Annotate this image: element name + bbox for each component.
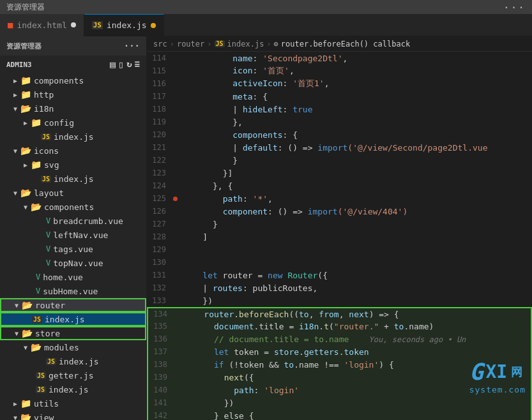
code-line-115: 115 icon: '首页',	[147, 64, 532, 77]
code-line-117: 117 meta: {	[147, 90, 532, 103]
line-content: }]	[178, 169, 532, 178]
title-bar: 资源管理器 ···	[0, 0, 532, 14]
tree-item-config[interactable]: ▶ 📁 config	[0, 116, 146, 130]
tree-item-router-index[interactable]: JS index.js	[0, 312, 146, 326]
tree-item-layout-components[interactable]: ▼ 📂 components	[0, 200, 146, 214]
line-content: // document.title = to.name You, seconds…	[179, 334, 531, 344]
item-label: router	[35, 301, 65, 310]
sep: ›	[207, 40, 211, 49]
line-number: 142	[148, 411, 174, 420]
tree-item-router[interactable]: ▼ 📂 router	[0, 298, 146, 312]
breadcrumb-file: index.js	[227, 40, 264, 49]
code-line-137: 137 let token = store.getters.token	[147, 345, 532, 358]
tab-js[interactable]: JS index.js	[84, 14, 164, 36]
arrow-icon: ▼	[10, 190, 20, 197]
line-number: 117	[147, 92, 172, 101]
tree-item-subhome[interactable]: V subHome.vue	[0, 284, 146, 298]
line-content: } else {	[179, 411, 531, 421]
item-label: config	[44, 118, 74, 128]
tree-item-layout[interactable]: ▼ 📂 layout	[0, 186, 146, 200]
main-content: 资源管理器 ··· ADMIN3 ▤ ▯ ↻ ≡ ▶ 📁 components	[0, 36, 532, 420]
tree-item-utils[interactable]: ▶ 📁 utils	[0, 396, 146, 410]
line-number: 136	[148, 334, 174, 343]
item-label: http	[34, 90, 54, 100]
code-line-125: 125 path: '*',	[147, 192, 532, 205]
code-line-132: 132 | routes: publicRoutes,	[147, 281, 532, 294]
item-label: icons	[34, 146, 59, 156]
tree-item-topnav[interactable]: V topNav.vue	[0, 256, 146, 270]
line-number: 116	[147, 79, 172, 88]
folder-icon: 📁	[20, 398, 31, 409]
tree-item-getter[interactable]: JS getter.js	[0, 368, 146, 382]
tree-item-i18n-index[interactable]: JS index.js	[0, 130, 146, 144]
line-number: 129	[147, 245, 172, 254]
code-line-135: 135 document.title = i18n.t("router." + …	[147, 320, 532, 333]
tree-item-icons-index[interactable]: JS index.js	[0, 172, 146, 186]
arrow-icon: ▼	[10, 105, 20, 112]
tree-item-http[interactable]: ▶ 📁 http	[0, 87, 146, 101]
arrow-icon: ▶	[10, 91, 20, 98]
sidebar-header: 资源管理器 ···	[0, 36, 146, 56]
vue-icon: V	[46, 230, 50, 239]
sep: ›	[266, 40, 271, 49]
tree-item-home[interactable]: V home.vue	[0, 270, 146, 284]
code-line-133: 133 })	[147, 294, 532, 307]
tree-item-svg[interactable]: ▶ 📁 svg	[0, 158, 146, 172]
title-bar-text: 资源管理器	[6, 2, 45, 13]
explorer-header: ADMIN3 ▤ ▯ ↻ ≡	[0, 56, 146, 73]
line-content: })	[178, 296, 532, 306]
item-label: getter.js	[49, 371, 93, 380]
ellipsis-icon[interactable]: ···	[124, 41, 140, 51]
new-file-icon[interactable]: ▤	[110, 59, 116, 70]
admin-label: ADMIN3	[6, 61, 32, 69]
tree-item-store-modules-index[interactable]: JS index.js	[0, 354, 146, 368]
item-label: subHome.vue	[43, 287, 98, 296]
line-content: }, {	[178, 181, 532, 191]
tree-item-i18n[interactable]: ▼ 📂 i18n	[0, 101, 146, 116]
code-line-120: 120 components: {	[147, 128, 532, 141]
tree-item-store-index[interactable]: JS index.js	[0, 382, 146, 396]
item-label: breadcrumb.vue	[53, 216, 123, 226]
vue-icon: V	[36, 287, 40, 296]
folder-icon: 📁	[20, 75, 31, 86]
tree-item-modules[interactable]: ▼ 📂 modules	[0, 340, 146, 354]
new-folder-icon[interactable]: ▯	[118, 59, 124, 70]
tab-html[interactable]: ■ index.html	[0, 14, 84, 36]
line-content: router.beforeEach((to, from, next) => {	[179, 310, 531, 319]
arrow-icon: ▼	[10, 414, 20, 421]
tree-item-icons[interactable]: ▼ 📂 icons	[0, 144, 146, 158]
title-bar-menu[interactable]: ···	[503, 1, 526, 13]
code-line-134: 134 router.beforeEach((to, from, next) =…	[147, 307, 532, 320]
tree-item-leftnav[interactable]: V leftNav.vue	[0, 228, 146, 242]
collapse-icon[interactable]: ≡	[135, 59, 140, 70]
line-content: if (!token && to.name !== 'login') {	[179, 360, 531, 370]
arrow-icon: ▼	[11, 302, 22, 309]
code-area[interactable]: 114 name: 'Secondpage2Dtl',115 icon: '首页…	[147, 52, 532, 420]
js-icon: JS	[32, 316, 42, 323]
tab-js-dirty	[151, 23, 156, 28]
js-icon: JS	[41, 176, 51, 183]
line-number: 118	[147, 105, 172, 114]
refresh-icon[interactable]: ↻	[126, 59, 132, 70]
tree-item-components[interactable]: ▶ 📁 components	[0, 73, 146, 87]
item-label: home.vue	[43, 273, 83, 282]
code-line-131: 131 let router = new Router({	[147, 269, 532, 281]
tree-item-tags[interactable]: V tags.vue	[0, 242, 146, 256]
arrow-icon: ▶	[20, 119, 31, 126]
item-label: svg	[44, 160, 59, 170]
item-label: leftNav.vue	[53, 230, 108, 240]
line-content: meta: {	[178, 92, 532, 101]
arrow-icon: ▶	[10, 400, 20, 407]
code-line-122: 122 }	[147, 154, 532, 167]
tree-item-breadcrumb[interactable]: V breadcrumb.vue	[0, 214, 146, 228]
vue-icon: V	[36, 273, 40, 281]
tree-item-store[interactable]: ▼ 📂 store	[0, 326, 146, 340]
line-content: | default: () => import('@/view/Second/p…	[178, 143, 532, 153]
tree-item-view[interactable]: ▼ 📂 view	[0, 410, 146, 420]
code-line-126: 126 component: () => import('@/view/404'…	[147, 205, 532, 218]
item-label: index.js	[54, 174, 94, 184]
item-label: utils	[34, 399, 59, 409]
item-label: index.js	[59, 357, 99, 366]
line-number: 141	[148, 398, 174, 407]
folder-icon: 📂	[20, 103, 31, 114]
